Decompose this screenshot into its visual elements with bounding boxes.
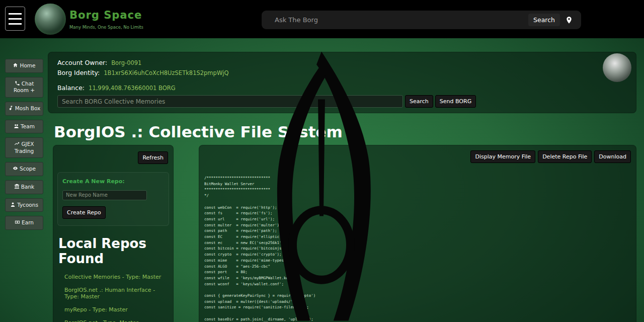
download-button[interactable]: Download (594, 150, 631, 163)
code-line: const webCon = require('http'); (204, 205, 631, 211)
hamburger-menu-icon[interactable] (5, 7, 25, 31)
header-search-button[interactable]: Search (528, 14, 560, 26)
create-repo-heading: Create A New Repo: (62, 178, 164, 185)
code-line: const upload = multer({dest:'uploads/'})… (204, 299, 631, 305)
create-repo-button[interactable]: Create Repo (62, 206, 106, 219)
site-tagline: Many Minds, One Space, No Limits (69, 25, 143, 30)
code-line: const crypto = require('crypto'); (204, 252, 631, 258)
code-line: const EC = require('elliptic').ec; (204, 234, 631, 240)
code-line: const baseDir = path.join(__dirname, 'up… (204, 316, 631, 322)
code-line: const { generateKeyPairSync } = require(… (204, 293, 631, 299)
account-owner-line: Account Owner: Borg-0091 (57, 59, 627, 66)
sidebar-item-mosh-box[interactable]: Mosh Box (5, 102, 43, 116)
code-line: const mime = require('mime-types'); (204, 258, 631, 264)
account-panel: Account Owner: Borg-0091 Borg Identity: … (48, 52, 636, 113)
code-line: const sanitize = require('sanitize-filen… (204, 304, 631, 310)
main-area: Home Chat Room + Mosh Box Team GJEX Trad… (0, 38, 644, 322)
code-line: const port = 80; (204, 269, 631, 275)
code-line: const multer = require('multer'); (204, 222, 631, 228)
sidebar-item-gjex-trading[interactable]: GJEX Trading (5, 137, 43, 158)
sidebar-item-label: Tycoons (17, 202, 38, 208)
repo-list-item[interactable]: myRepo - Type: Master (57, 303, 169, 316)
sidebar-item-label: Home (20, 62, 35, 68)
send-borg-button[interactable]: Send BORG (435, 95, 476, 108)
balance-label: Balance: (57, 84, 85, 92)
header-search-bar: Search (262, 11, 581, 29)
music-note-icon (8, 105, 14, 111)
repo-list-item[interactable]: BorgIOS.net .: Human Interface - Type: M… (57, 283, 169, 303)
top-header: Borg Space Many Minds, One Space, No Lim… (0, 0, 644, 38)
file-toolbar: Display Memory File Delete Repo File Dow… (204, 150, 631, 163)
sidebar-item-bank[interactable]: Bank (5, 180, 43, 194)
borg-identity-line: Borg Identity: 1B1xrS6Xi6uhCoXcH8UzSETk8… (57, 69, 627, 76)
code-line: const ALGO = "aes-256-cbc" (204, 264, 631, 270)
code-line (204, 287, 631, 293)
trending-chart-icon (14, 141, 20, 146)
memories-search-button[interactable]: Search (405, 95, 433, 108)
borg-identity-value: 1B1xrS6Xi6uhCoXcH8UzSETk81S2pmpWjQ (104, 69, 228, 76)
memories-search-input[interactable] (57, 95, 403, 108)
bank-icon (14, 184, 20, 189)
code-line: const bitcoin = require('bitcoinjs-lib')… (204, 246, 631, 252)
borg-identity-label: Borg Identity: (57, 69, 100, 76)
new-repo-name-input[interactable] (62, 190, 147, 200)
sidebar-item-scope[interactable]: Scope (5, 162, 43, 176)
code-line: */ (204, 193, 631, 199)
account-owner-value: Borg-0091 (111, 59, 141, 66)
code-line: const ec = new EC('secp256k1'); (204, 240, 631, 246)
code-line: const wfile = 'keys/myBMGPWallet.key'; (204, 275, 631, 281)
code-line: /**************************** (204, 175, 631, 181)
borg-logo-image (35, 4, 66, 35)
profile-avatar[interactable] (603, 53, 631, 82)
sidebar-item-earn[interactable]: Earn (5, 216, 43, 230)
sidebar-item-label: Earn (22, 219, 34, 225)
location-pin-icon[interactable] (565, 16, 573, 24)
code-line: const url = require('url'); (204, 216, 631, 222)
code-line (204, 310, 631, 316)
ask-the-borg-input[interactable] (262, 16, 528, 24)
local-repos-heading: Local Repos Found (58, 236, 169, 266)
code-line: ***************************** (204, 187, 631, 193)
account-owner-label: Account Owner: (57, 59, 107, 66)
page-title: BorgIOS .: Collective File System (54, 123, 343, 141)
repo-list: Collective Memories - Type: Master BorgI… (57, 270, 169, 322)
code-line (204, 199, 631, 205)
code-line: const fs = require('fs'); (204, 210, 631, 216)
money-icon (15, 219, 20, 225)
delete-repo-file-button[interactable]: Delete Repo File (538, 150, 592, 163)
code-line: BitMonky Wallet Server (204, 181, 631, 187)
repo-panel: Refresh Create A New Repo: Create Repo L… (53, 145, 174, 322)
code-line: const path = require('path'); (204, 228, 631, 234)
balance-value: 11,999,408.763660001 BORG (89, 85, 176, 92)
sidebar-item-team[interactable]: Team (5, 120, 43, 134)
sidebar-item-home[interactable]: Home (5, 59, 43, 73)
site-title: Borg Space (69, 9, 142, 21)
sidebar-item-tycoons[interactable]: Tycoons (5, 198, 43, 212)
display-memory-file-button[interactable]: Display Memory File (470, 150, 535, 163)
refresh-button[interactable]: Refresh (138, 151, 168, 164)
sidebar-item-label: Bank (21, 184, 34, 190)
repo-list-item[interactable]: Collective Memories - Type: Master (57, 270, 169, 283)
phone-icon (15, 80, 20, 86)
sidebar-item-label: Team (21, 123, 35, 129)
balance-line: Balance: 11,999,408.763660001 BORG (57, 84, 627, 92)
file-code-viewer: /**************************** BitMonky W… (204, 175, 631, 322)
sidebar-item-chat-room[interactable]: Chat Room + (5, 77, 43, 98)
memories-search-row: Search Send BORG (57, 95, 627, 108)
file-panel: Display Memory File Delete Repo File Dow… (199, 145, 636, 322)
repo-list-item[interactable]: BorgIOS.net - Type: Master (57, 316, 169, 322)
sidebar-nav: Home Chat Room + Mosh Box Team GJEX Trad… (5, 59, 43, 230)
home-icon (13, 62, 18, 68)
sidebar-item-label: Mosh Box (15, 105, 40, 111)
people-icon (14, 123, 19, 129)
eye-icon (13, 166, 18, 171)
sidebar-item-label: Scope (20, 166, 36, 172)
create-repo-box: Create A New Repo: Create Repo (57, 172, 169, 226)
code-line: const wconf = 'keys/wallet.conf'; (204, 281, 631, 287)
person-icon (10, 202, 16, 207)
